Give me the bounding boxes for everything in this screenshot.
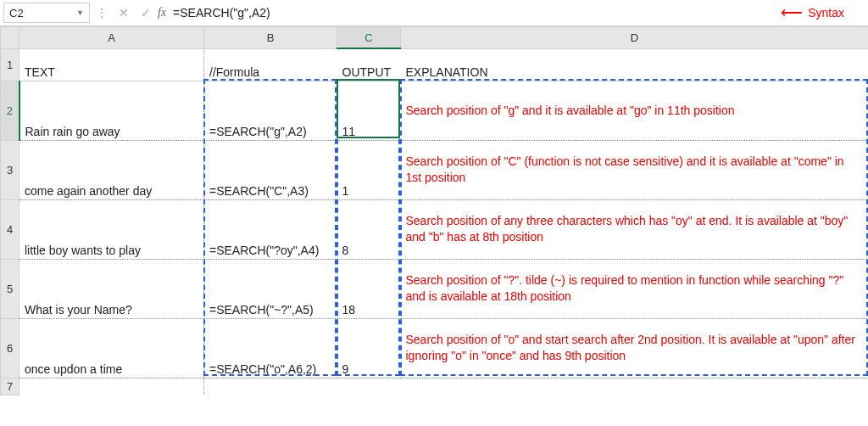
select-all-corner[interactable]	[1, 27, 19, 49]
formula-bar: C2 ▼ ⋮ ✕ ✓ fx =SEARCH("g",A2) ⟵ Syntax	[0, 0, 868, 26]
column-header-row: A B C D	[1, 27, 869, 49]
anno-output: ↑ Function's Output	[314, 393, 449, 395]
row-header-4[interactable]: 4	[1, 199, 19, 259]
cell-C6[interactable]: 9	[337, 318, 401, 378]
cell-A2[interactable]: Rain rain go away	[19, 81, 204, 140]
cell-B4[interactable]: =SEARCH("?oy",A4)	[204, 199, 337, 259]
cell-C1[interactable]: OUTPUT	[337, 48, 401, 81]
enter-icon[interactable]: ✓	[139, 6, 153, 20]
formula-bar-buttons: ⋮ ✕ ✓	[95, 6, 153, 20]
row-header-2[interactable]: 2	[1, 81, 19, 140]
chevron-down-icon[interactable]: ▼	[76, 8, 84, 17]
cell-D4[interactable]: Search position of any three characters …	[401, 199, 869, 259]
cell-C3[interactable]: 1	[337, 140, 401, 199]
cell-A1[interactable]: TEXT	[19, 48, 204, 81]
row-1: 1 TEXT //Formula OUTPUT EXPLANATION	[1, 48, 869, 81]
cancel-icon[interactable]: ✕	[117, 6, 131, 20]
cell-D5[interactable]: Search position of "?". tilde (~) is req…	[401, 259, 869, 318]
cell-D1[interactable]: EXPLANATION	[401, 48, 869, 81]
divider-icon: ⋮	[95, 6, 108, 20]
fx-icon[interactable]: fx	[158, 6, 166, 20]
col-header-C[interactable]: C	[337, 27, 401, 49]
name-box-value: C2	[9, 7, 24, 20]
cell-D7[interactable]	[401, 378, 869, 395]
row-5: 5 What is your Name? =SEARCH("~?",A5) 18…	[1, 259, 869, 318]
arrow-up-icon: ↑	[216, 393, 318, 395]
row-3: 3 come again another day =SEARCH("C",A3)…	[1, 140, 869, 199]
col-header-A[interactable]: A	[19, 27, 204, 49]
formula-text: =SEARCH("g",A2)	[173, 6, 270, 20]
cell-C7[interactable]	[337, 378, 401, 395]
sheet-table[interactable]: A B C D 1 TEXT //Formula OUTPUT EXPLANAT…	[0, 26, 868, 395]
cell-C2[interactable]: 11	[337, 81, 401, 140]
row-7: 7	[1, 378, 869, 395]
row-4: 4 little boy wants to play =SEARCH("?oy"…	[1, 199, 869, 259]
spreadsheet-grid: A B C D 1 TEXT //Formula OUTPUT EXPLANAT…	[0, 26, 868, 395]
row-header-7[interactable]: 7	[1, 378, 19, 395]
cell-A4[interactable]: little boy wants to play	[19, 199, 204, 259]
row-6: 6 once updon a time =SEARCH("o",A6,2) 9 …	[1, 318, 869, 378]
row-header-5[interactable]: 5	[1, 259, 19, 318]
arrow-up-icon: ↑	[458, 393, 627, 395]
cell-A6[interactable]: once updon a time	[19, 318, 204, 378]
col-header-D[interactable]: D	[401, 27, 869, 49]
syntax-label: Syntax	[808, 6, 844, 20]
cell-D6[interactable]: Search position of "o" and start search …	[401, 318, 869, 378]
col-header-B[interactable]: B	[204, 27, 337, 49]
anno-explanation: ↑ Explanation of Output	[458, 393, 627, 395]
arrow-left-icon: ⟵	[781, 5, 803, 20]
cell-C5[interactable]: 18	[337, 259, 401, 318]
cell-C4[interactable]: 8	[337, 199, 401, 259]
cell-B5[interactable]: =SEARCH("~?",A5)	[204, 259, 337, 318]
cell-B2[interactable]: =SEARCH("g",A2)	[204, 81, 337, 140]
row-header-1[interactable]: 1	[1, 48, 19, 81]
cell-B6[interactable]: =SEARCH("o",A6,2)	[204, 318, 337, 378]
cell-A7[interactable]	[19, 378, 204, 395]
row-header-3[interactable]: 3	[1, 140, 19, 199]
cell-A3[interactable]: come again another day	[19, 140, 204, 199]
cell-D3[interactable]: Search position of "C" (function is not …	[401, 140, 869, 199]
arrow-up-icon: ↑	[314, 393, 449, 395]
cell-B1[interactable]: //Formula	[204, 48, 337, 81]
formula-input[interactable]: =SEARCH("g",A2)	[173, 6, 781, 20]
row-2: 2 Rain rain go away =SEARCH("g",A2) 11 S…	[1, 81, 869, 140]
syntax-annotation: ⟵ Syntax	[781, 5, 844, 20]
anno-functions: ↑ Functions	[216, 393, 318, 395]
row-header-6[interactable]: 6	[1, 318, 19, 378]
cell-A5[interactable]: What is your Name?	[19, 259, 204, 318]
cell-B3[interactable]: =SEARCH("C",A3)	[204, 140, 337, 199]
cell-D2[interactable]: Search position of "g" and it is availab…	[401, 81, 869, 140]
name-box[interactable]: C2 ▼	[3, 3, 90, 23]
